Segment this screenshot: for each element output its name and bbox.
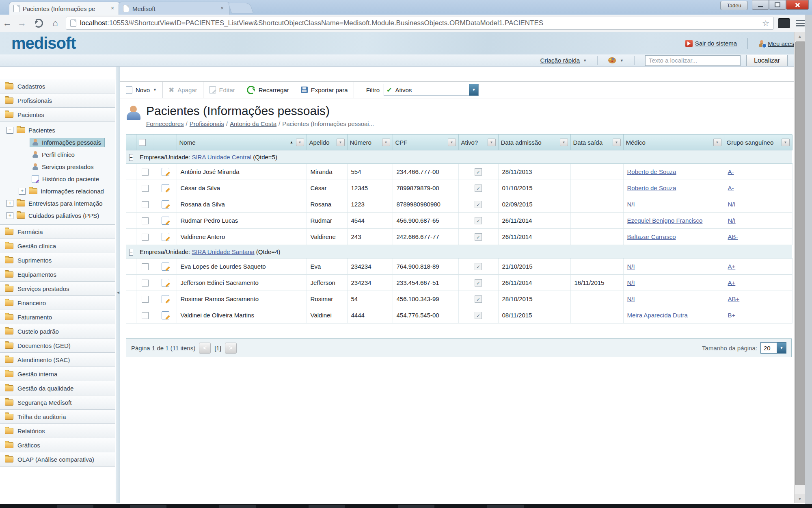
medico-link[interactable]: Ezequiel Benigno Francisco <box>627 217 703 224</box>
breadcrumb-link[interactable]: Profissionais <box>190 120 224 127</box>
sidebar-item-documentos-ged[interactable]: Documentos (GED) <box>0 339 115 353</box>
reload-button[interactable]: Recarregar <box>241 82 295 98</box>
row-checkbox[interactable] <box>142 185 149 192</box>
breadcrumb-link[interactable]: Fornecedores <box>146 120 184 127</box>
filter-icon[interactable] <box>337 139 345 146</box>
collapse-sidebar-icon[interactable]: ◄ <box>116 290 120 295</box>
table-row[interactable]: César da Silva César 12345 7899879879-00… <box>126 180 792 196</box>
scroll-up-icon[interactable]: ▲ <box>795 32 805 41</box>
row-checkbox[interactable] <box>142 296 149 303</box>
sidebar-item-cadastros[interactable]: Cadastros <box>0 79 115 93</box>
medico-link[interactable]: N/I <box>627 295 635 302</box>
reload-icon[interactable] <box>34 19 43 28</box>
grupo-link[interactable]: A+ <box>728 263 736 270</box>
medico-link[interactable]: Baltazar Carrasco <box>627 233 676 240</box>
sidebar-item-gestao-da-qualidade[interactable]: Gestão da qualidade <box>0 381 115 395</box>
grupo-link[interactable]: A+ <box>728 279 736 286</box>
edit-row-icon[interactable] <box>162 263 169 271</box>
table-row[interactable]: Eva Lopes de Lourdes Saqueto Eva 234234 … <box>126 258 792 275</box>
table-row[interactable]: Rudmar Pedro Lucas Rudmar 4544 456.900.6… <box>126 213 792 229</box>
collapse-toggle-icon[interactable] <box>6 127 13 134</box>
column-data-admissao[interactable]: Data admissão <box>498 135 570 150</box>
url-text[interactable]: localhost:10553/#ShortcutViewID=PACIENTE… <box>80 19 758 27</box>
column-medico[interactable]: Médico <box>623 135 724 150</box>
quick-create-menu[interactable]: Criação rápida ▼ <box>540 57 587 64</box>
expand-toggle-icon[interactable] <box>6 212 13 219</box>
new-tab-button[interactable] <box>228 3 253 13</box>
grupo-link[interactable]: A- <box>728 185 734 191</box>
close-icon[interactable]: × <box>219 5 225 12</box>
column-data-saida[interactable]: Data saída <box>570 135 623 150</box>
edit-row-icon[interactable] <box>162 168 169 176</box>
vertical-scrollbar[interactable]: ▲ ▼ <box>794 32 805 503</box>
filter-icon[interactable] <box>613 139 621 146</box>
table-row[interactable]: Jefferson Edinei Sacramento Jefferson 23… <box>126 275 792 291</box>
edit-row-icon[interactable] <box>162 233 169 241</box>
tree-node-servicos-prestados[interactable]: Serviços prestados <box>0 161 115 173</box>
column-numero[interactable]: Número <box>347 135 393 150</box>
medico-link[interactable]: N/I <box>627 263 635 270</box>
sidebar-item-financeiro[interactable]: Financeiro <box>0 296 115 310</box>
medico-link[interactable]: Meira Aparecida Dutra <box>627 312 688 319</box>
tree-node-cuidados-paliativos[interactable]: Cuidados paliativos (PPS) <box>0 209 115 221</box>
sidebar-item-farmacia[interactable]: Farmácia <box>0 225 115 239</box>
edit-row-icon[interactable] <box>162 295 169 303</box>
collapse-group-icon[interactable] <box>129 249 133 256</box>
delete-button[interactable]: ✖ Apagar <box>163 82 203 98</box>
filter-icon[interactable] <box>296 139 304 146</box>
export-button[interactable]: Exportar para <box>295 82 354 98</box>
row-checkbox[interactable] <box>142 217 149 224</box>
previous-page-button[interactable]: < <box>199 343 211 354</box>
column-ativo[interactable]: Ativo? <box>458 135 498 150</box>
grupo-link[interactable]: AB- <box>728 233 738 240</box>
sidebar-item-graficos[interactable]: Gráficos <box>0 438 115 452</box>
edit-button[interactable]: Editar <box>203 82 241 98</box>
grupo-link[interactable]: N/I <box>728 201 736 208</box>
medico-link[interactable]: Roberto de Souza <box>627 168 676 175</box>
filter-icon[interactable] <box>448 139 456 146</box>
tree-node-entrevistas[interactable]: Entrevistas para internação <box>0 197 115 209</box>
sidebar-item-trilha-de-auditoria[interactable]: Trilha de auditoria <box>0 410 115 424</box>
row-checkbox[interactable] <box>142 312 149 319</box>
tree-node-historico-do-paciente[interactable]: Histórico do paciente <box>0 173 115 185</box>
column-cpf[interactable]: CPF <box>393 135 458 150</box>
medico-link[interactable]: N/I <box>627 201 635 208</box>
table-row[interactable]: Rosana da Silva Rosana 1223 878998098098… <box>126 196 792 213</box>
column-nome[interactable]: Nome▲ <box>177 135 307 150</box>
grupo-link[interactable]: N/I <box>728 217 736 224</box>
browser-profile-button[interactable]: Tadeu <box>720 1 748 10</box>
edit-row-icon[interactable] <box>162 311 169 319</box>
search-input[interactable] <box>645 55 741 66</box>
sidebar-item-equipamentos[interactable]: Equipamentos <box>0 267 115 282</box>
grupo-link[interactable]: A- <box>728 168 734 175</box>
collapse-group-icon[interactable] <box>129 154 133 161</box>
expand-toggle-icon[interactable] <box>19 188 26 195</box>
sidebar-item-atendimento-sac[interactable]: Atendimento (SAC) <box>0 353 115 367</box>
tree-node-perfil-clinico[interactable]: Perfil clínico <box>0 148 115 161</box>
theme-selector[interactable]: ▼ <box>608 57 624 63</box>
sidebar-item-servicos-prestados[interactable]: Serviços prestados <box>0 282 115 296</box>
sidebar-item-gestao-clinica[interactable]: Gestão clínica <box>0 239 115 253</box>
filter-icon[interactable] <box>560 139 568 146</box>
table-row[interactable]: Antônio José Miranda Miranda 554 234.466… <box>126 164 792 180</box>
sidebar-item-profissionais[interactable]: Profissionais <box>0 93 115 108</box>
forward-icon[interactable]: → <box>15 18 29 28</box>
column-grupo-sanguineo[interactable]: Grupo sanguíneo <box>724 135 792 150</box>
filter-icon[interactable] <box>782 139 790 146</box>
browser-menu-icon[interactable] <box>796 20 805 26</box>
edit-row-icon[interactable] <box>162 184 169 192</box>
tree-node-informacoes-relacionadas[interactable]: Informações relacionad <box>0 185 115 197</box>
edit-row-icon[interactable] <box>162 279 169 287</box>
group-link[interactable]: SIRA Unidade Central <box>192 154 251 161</box>
row-checkbox[interactable] <box>142 234 149 241</box>
filter-icon[interactable] <box>488 139 496 146</box>
table-row[interactable]: Rosimar Ramos Sacramento Rosimar 54 456.… <box>126 291 792 307</box>
grupo-link[interactable]: AB+ <box>728 295 740 302</box>
scrollbar-thumb[interactable] <box>795 41 805 485</box>
column-apelido[interactable]: Apelido <box>307 135 347 150</box>
group-link[interactable]: SIRA Unidade Santana <box>192 248 254 255</box>
minimize-button[interactable] <box>752 0 769 10</box>
filter-dropdown[interactable]: ✔ Ativos <box>384 84 479 96</box>
close-icon[interactable]: × <box>109 5 116 12</box>
edit-row-icon[interactable] <box>162 200 169 208</box>
